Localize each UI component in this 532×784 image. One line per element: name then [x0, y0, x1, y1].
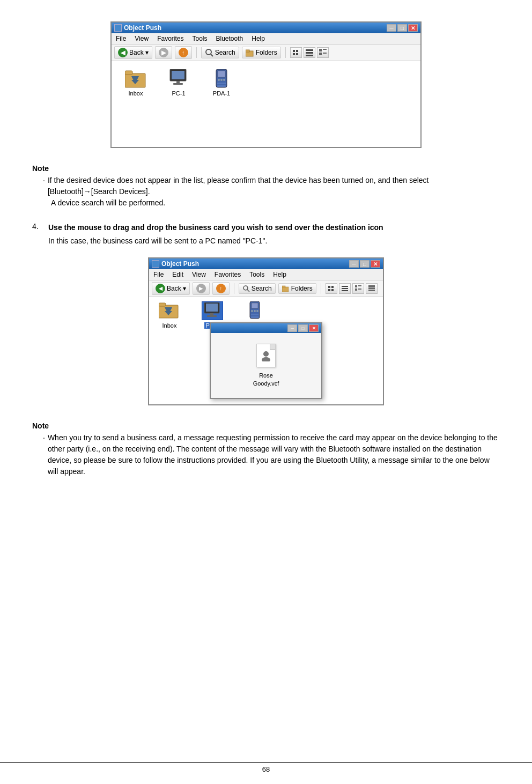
menu-bluetooth[interactable]: Bluetooth [215, 34, 245, 43]
svg-point-21 [220, 79, 223, 81]
svg-rect-44 [210, 313, 213, 315]
toolbar-sep-3 [234, 283, 234, 294]
menu-favorites[interactable]: Favorites [156, 34, 185, 43]
svg-rect-24 [217, 85, 226, 87]
titlebar-left: Object Push [114, 24, 161, 32]
inbox-icon-2[interactable]: Inbox [153, 301, 186, 329]
menu2-tools[interactable]: Tools [248, 270, 266, 279]
inbox-icon-img-2 [159, 301, 180, 320]
back-label: Back [129, 49, 144, 56]
overlay-min[interactable]: ─ [287, 324, 297, 332]
menu2-edit[interactable]: Edit [171, 270, 185, 279]
menu-help[interactable]: Help [250, 34, 267, 43]
list-view-icon-2 [342, 285, 348, 292]
overlay-titlebar: ─ □ ✕ [211, 323, 321, 333]
svg-rect-5 [306, 52, 313, 54]
detail-view-icon [319, 49, 327, 56]
overlay-controls[interactable]: ─ □ ✕ [287, 324, 319, 332]
folders-button[interactable]: Folders [242, 47, 281, 58]
step-4-section: 4. Use the mouse to drag and drop the bu… [32, 222, 500, 247]
search-button-2[interactable]: Search [239, 283, 276, 294]
window-2-icon [152, 260, 159, 268]
back-icon-2: ◀ [156, 284, 165, 293]
folders-label-2: Folders [291, 285, 313, 292]
svg-point-53 [263, 351, 269, 357]
pc1-svg [168, 69, 189, 88]
note-bullet-char: · [43, 175, 45, 197]
svg-rect-7 [319, 49, 322, 51]
step-4-header: 4. Use the mouse to drag and drop the bu… [32, 222, 500, 247]
pc1-svg-2 [203, 302, 222, 320]
menu2-view[interactable]: View [190, 270, 208, 279]
pda1-icon-img-2 [245, 301, 266, 320]
pc1-icon-img-2 [202, 301, 223, 320]
window-controls[interactable]: ─ □ ✕ [387, 24, 418, 32]
view-btn-1[interactable] [290, 47, 302, 58]
svg-rect-12 [125, 71, 132, 75]
view-btn-2[interactable] [304, 47, 315, 58]
window-2-controls[interactable]: ─ □ ✕ [349, 260, 380, 268]
pc1-label: PC-1 [172, 90, 185, 97]
close-button[interactable]: ✕ [408, 24, 418, 32]
search-icon [205, 48, 213, 57]
up-icon-2: ↑ [216, 284, 226, 293]
svg-rect-27 [282, 287, 289, 292]
note-bullet-char-2: · [43, 432, 45, 477]
screenshot-2-container: Object Push ─ □ ✕ File Edit View Favorit… [32, 257, 500, 405]
search-button[interactable]: Search [201, 47, 239, 58]
inbox-svg [125, 69, 146, 88]
svg-rect-34 [355, 289, 357, 291]
pda1-icon[interactable]: PDA-1 [205, 69, 238, 97]
svg-rect-15 [172, 71, 184, 79]
view-btn-3[interactable] [317, 47, 329, 58]
extra-view-icon [368, 285, 375, 292]
back-button-2[interactable]: ◀ Back ▾ [152, 282, 190, 295]
overlay-close[interactable]: ✕ [309, 324, 319, 332]
svg-rect-6 [306, 55, 313, 56]
win2-minimize-button[interactable]: ─ [349, 260, 359, 268]
forward-button-2[interactable]: ▶ [193, 282, 210, 295]
win2-close-button[interactable]: ✕ [371, 260, 380, 268]
win-content-2: Inbox P [149, 297, 383, 404]
overlay-dialog: ─ □ ✕ [210, 322, 322, 399]
view-buttons-2 [326, 283, 378, 294]
note-text-1: If the desired device does not appear in… [48, 175, 500, 197]
svg-line-1 [211, 54, 213, 56]
pc1-icon[interactable]: PC-1 [162, 69, 195, 97]
view-btn-2-3[interactable] [352, 283, 364, 294]
pda1-svg-2 [245, 301, 265, 319]
up-button-2[interactable]: ↑ [212, 282, 230, 295]
forward-button[interactable]: ▶ [155, 46, 172, 59]
view-btn-2-1[interactable] [326, 283, 337, 294]
note-body-2: · When you try to send a business card, … [43, 432, 500, 477]
person-icon [260, 350, 272, 361]
titlebar-2: Object Push ─ □ ✕ [149, 258, 383, 269]
svg-point-49 [254, 310, 256, 312]
step-content: Use the mouse to drag and drop the busin… [48, 222, 500, 247]
up-button[interactable]: ↑ [175, 46, 192, 59]
list-view-icon [306, 49, 313, 56]
view-btn-2-4[interactable] [366, 283, 378, 294]
minimize-button[interactable]: ─ [387, 24, 396, 32]
toolbar-sep-2 [285, 47, 286, 58]
maximize-button[interactable]: □ [397, 24, 407, 32]
menu2-favorites[interactable]: Favorites [213, 270, 242, 279]
inbox-icon-img [125, 69, 146, 88]
menu-tools[interactable]: Tools [191, 34, 209, 43]
menu2-file[interactable]: File [152, 270, 165, 279]
menu-file[interactable]: File [114, 34, 128, 43]
inbox-icon[interactable]: Inbox [120, 69, 152, 97]
view-btn-2-2[interactable] [339, 283, 351, 294]
menu-view[interactable]: View [133, 34, 150, 43]
svg-rect-45 [207, 315, 217, 317]
menu2-help[interactable]: Help [271, 270, 288, 279]
forward-icon: ▶ [159, 48, 168, 57]
view-buttons [290, 47, 329, 58]
step-description: In this case, the business card will be … [48, 235, 500, 247]
back-button[interactable]: ◀ Back ▾ [114, 46, 152, 59]
overlay-max[interactable]: □ [298, 324, 308, 332]
folders-button-2[interactable]: Folders [278, 283, 316, 294]
win2-maximize-button[interactable]: □ [360, 260, 370, 268]
search-label: Search [215, 49, 235, 56]
back-dropdown-icon: ▾ [145, 49, 149, 56]
